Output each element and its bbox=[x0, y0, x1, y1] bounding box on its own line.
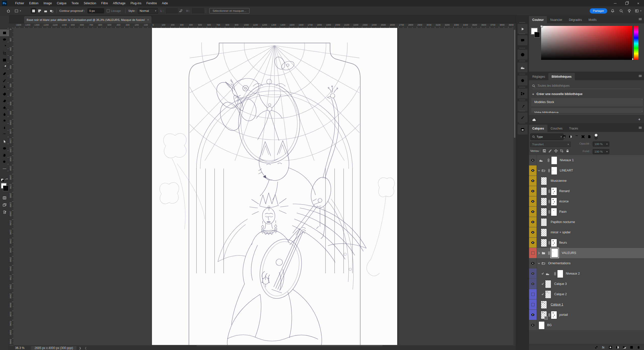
close-button[interactable]: × bbox=[632, 0, 644, 7]
color-panel-menu-icon[interactable] bbox=[638, 17, 642, 21]
layer-name[interactable]: portail bbox=[559, 310, 568, 320]
layer-name[interactable]: écorce bbox=[559, 196, 569, 206]
lock-all-icon[interactable] bbox=[566, 149, 569, 153]
library-item[interactable]: Votre bibliothèque bbox=[531, 108, 643, 113]
layer-name[interactable]: Paon bbox=[559, 207, 567, 217]
adjustment-levels-icon[interactable] bbox=[539, 155, 543, 165]
layer-thumbnail[interactable] bbox=[541, 311, 547, 319]
tool-blur[interactable] bbox=[0, 111, 9, 118]
menu-edition[interactable]: Edition bbox=[27, 0, 41, 7]
zoom-level-field[interactable]: 36.3 % bbox=[15, 346, 24, 350]
discover-bulb-icon[interactable] bbox=[627, 7, 631, 15]
layer-filter-toggle[interactable] bbox=[594, 134, 598, 140]
mask-link-icon[interactable] bbox=[547, 165, 551, 176]
layer-thumbnail[interactable] bbox=[541, 208, 547, 216]
menu-plugins[interactable]: Plug-ins bbox=[128, 0, 144, 7]
layer-row-musicienne[interactable]: Musicienne bbox=[529, 176, 644, 186]
width-input[interactable] bbox=[166, 7, 178, 15]
cloud-sync-icon[interactable] bbox=[532, 118, 536, 122]
create-library-button[interactable]: + Créer une nouvelle bibliothèque bbox=[532, 92, 582, 96]
menu-fichier[interactable]: Fichier bbox=[13, 0, 27, 7]
tool-move[interactable] bbox=[0, 23, 9, 29]
panel-icon-brush-settings[interactable] bbox=[517, 101, 528, 111]
layer-name[interactable]: VALEURS bbox=[562, 248, 576, 258]
tool-healing[interactable] bbox=[0, 70, 9, 77]
libraries-search-input[interactable]: Toutes les bibliothèques bbox=[532, 83, 641, 89]
tab-couleur[interactable]: Couleur bbox=[529, 16, 547, 23]
layer-visibility-off[interactable] bbox=[529, 248, 537, 258]
panel-icon-history[interactable] bbox=[517, 89, 528, 99]
layer-visibility-eye-icon[interactable] bbox=[529, 155, 537, 165]
lock-paint-icon[interactable] bbox=[548, 149, 552, 153]
panel-icon-info[interactable] bbox=[517, 50, 528, 60]
layer-thumbnail[interactable] bbox=[541, 229, 547, 237]
layer-row-papillon-nocturne[interactable]: Papillon nocturne bbox=[529, 217, 644, 228]
workspace-switcher-icon[interactable]: ▾ bbox=[635, 7, 641, 15]
tool-ellipse-shape[interactable] bbox=[0, 145, 9, 152]
menu-affichage[interactable]: Affichage bbox=[110, 0, 128, 7]
panel-icon-brushes[interactable] bbox=[517, 112, 528, 122]
tool-history-brush[interactable] bbox=[0, 91, 9, 97]
layer-thumbnail[interactable] bbox=[545, 290, 551, 298]
lock-move-icon[interactable] bbox=[554, 149, 558, 153]
status-chevron-back-icon[interactable]: ❮ bbox=[85, 347, 87, 349]
layer-name[interactable]: Musicienne bbox=[551, 176, 567, 186]
mask-link-icon[interactable] bbox=[553, 269, 557, 279]
layer-thumbnail[interactable] bbox=[541, 187, 547, 195]
folder-closed-icon[interactable] bbox=[542, 248, 545, 258]
menu-fenetre[interactable]: Fenêtre bbox=[144, 0, 159, 7]
tool-quick-selection[interactable] bbox=[0, 43, 9, 50]
tab-couches[interactable]: Couches bbox=[547, 125, 566, 132]
layers-add-mask-icon[interactable] bbox=[607, 345, 613, 349]
search-icon[interactable] bbox=[619, 7, 623, 15]
menu-image[interactable]: Image bbox=[41, 0, 54, 7]
panel-icon-patterns[interactable] bbox=[517, 124, 528, 135]
menu-filtre[interactable]: Filtre bbox=[99, 0, 110, 7]
layer-thumbnail[interactable] bbox=[539, 321, 545, 329]
chevron-down-icon[interactable] bbox=[537, 258, 541, 268]
layer-thumbnail[interactable] bbox=[541, 301, 547, 309]
layer-visibility-eye-icon[interactable] bbox=[529, 279, 537, 289]
layer-row-bg[interactable]: BG bbox=[529, 320, 644, 331]
layer-filter-select[interactable]: Type ▾ bbox=[530, 134, 564, 140]
document-tab[interactable]: Base noir et blanc pour débuter la Color… bbox=[24, 16, 151, 23]
height-input[interactable] bbox=[192, 7, 204, 15]
layer-row-calque-2[interactable]: Calque 2 bbox=[529, 289, 644, 300]
layer-name[interactable]: miroir + spider bbox=[551, 227, 571, 237]
menu-texte[interactable]: Texte bbox=[69, 0, 81, 7]
tab-traces[interactable]: Tracés bbox=[566, 125, 581, 132]
folder-open-icon[interactable] bbox=[542, 165, 545, 176]
layer-thumbnail[interactable] bbox=[541, 239, 547, 247]
filter-type-filter-icon[interactable] bbox=[574, 134, 579, 139]
layer-row-miroir-spider[interactable]: miroir + spider bbox=[529, 227, 644, 238]
tool-brush[interactable] bbox=[0, 77, 9, 84]
folder-open-icon[interactable] bbox=[542, 258, 545, 268]
layer-row-calque-3[interactable]: Calque 3 bbox=[529, 279, 644, 289]
layer-thumbnail[interactable] bbox=[541, 198, 547, 206]
screen-mode-icon[interactable] bbox=[0, 202, 9, 208]
tool-eraser[interactable] bbox=[0, 97, 9, 104]
layer-visibility-eye-icon[interactable] bbox=[529, 186, 537, 196]
document-info[interactable]: 2685 px x 4000 px (300 ppp) bbox=[31, 346, 76, 350]
tab-motifs[interactable]: Motifs bbox=[585, 16, 600, 23]
tool-lasso[interactable] bbox=[0, 36, 9, 43]
layer-visibility-eye-icon[interactable] bbox=[529, 165, 537, 176]
tool-frame[interactable] bbox=[0, 57, 9, 63]
restore-button[interactable] bbox=[621, 0, 632, 7]
group-mask-thumbnail[interactable]: › bbox=[551, 167, 557, 175]
layer-visibility-eye-icon[interactable] bbox=[529, 258, 537, 268]
swap-dimensions-icon[interactable] bbox=[179, 7, 183, 15]
layer-visibility-off[interactable] bbox=[529, 299, 537, 310]
layer-row-fleurs[interactable]: fleurs bbox=[529, 238, 644, 248]
layers-delete-icon[interactable] bbox=[635, 345, 641, 349]
minimize-button[interactable] bbox=[609, 0, 621, 7]
layers-link-icon[interactable] bbox=[593, 345, 599, 349]
selection-mode-subtract[interactable] bbox=[43, 7, 48, 15]
clipping-mask-arrow-icon[interactable] bbox=[541, 279, 544, 289]
tool-type[interactable] bbox=[0, 131, 9, 138]
layer-mask-thumbnail[interactable] bbox=[551, 311, 557, 319]
panel-icon-navigator[interactable] bbox=[517, 75, 528, 85]
layers-new-group-icon[interactable] bbox=[621, 345, 627, 349]
menu-aide[interactable]: Aide bbox=[159, 0, 170, 7]
layer-row-ornementations[interactable]: Ornementations bbox=[529, 258, 644, 269]
